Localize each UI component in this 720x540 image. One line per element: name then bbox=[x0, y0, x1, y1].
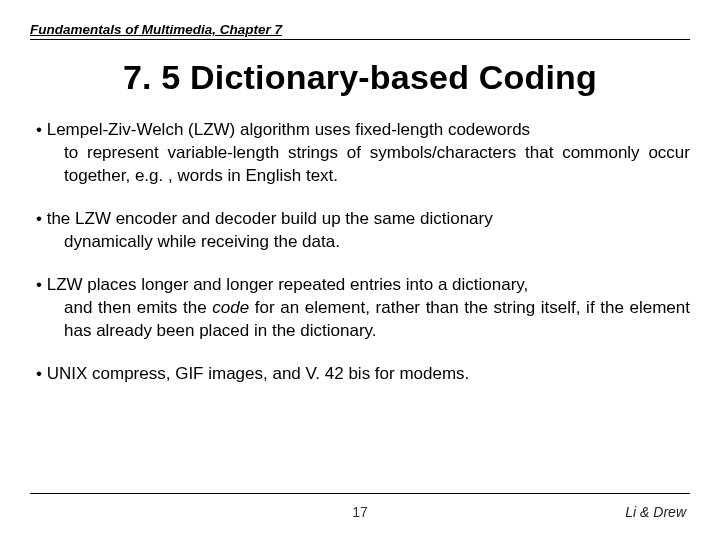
bullet-item: • UNIX compress, GIF images, and V. 42 b… bbox=[30, 363, 690, 386]
bullet-first-line: the LZW encoder and decoder build up the… bbox=[47, 209, 493, 228]
bullet-text-emphasis: code bbox=[212, 298, 249, 317]
bullet-first-line: LZW places longer and longer repeated en… bbox=[47, 275, 529, 294]
bullet-item: • Lempel-Ziv-Welch (LZW) algorithm uses … bbox=[30, 119, 690, 188]
bullet-first-line: UNIX compress, GIF images, and V. 42 bis… bbox=[47, 364, 470, 383]
slide-title: 7. 5 Dictionary-based Coding bbox=[30, 58, 690, 97]
bullet-first-line: Lempel-Ziv-Welch (LZW) algorithm uses fi… bbox=[47, 120, 530, 139]
bullet-continuation: to represent variable-length strings of … bbox=[36, 142, 690, 188]
bullet-item: • the LZW encoder and decoder build up t… bbox=[30, 208, 690, 254]
bullet-continuation: and then emits the code for an element, … bbox=[36, 297, 690, 343]
slide-header: Fundamentals of Multimedia, Chapter 7 bbox=[30, 22, 690, 37]
header-rule bbox=[30, 39, 690, 40]
footer-rule bbox=[30, 493, 690, 494]
footer-authors: Li & Drew bbox=[625, 504, 686, 520]
bullet-continuation: dynamically while receiving the data. bbox=[36, 231, 690, 254]
bullet-marker: • bbox=[36, 120, 47, 139]
bullet-marker: • bbox=[36, 209, 47, 228]
bullet-marker: • bbox=[36, 275, 47, 294]
page-number: 17 bbox=[0, 504, 720, 520]
bullet-text-pre: and then emits the bbox=[64, 298, 212, 317]
bullet-marker: • bbox=[36, 364, 47, 383]
bullet-item: • LZW places longer and longer repeated … bbox=[30, 274, 690, 343]
